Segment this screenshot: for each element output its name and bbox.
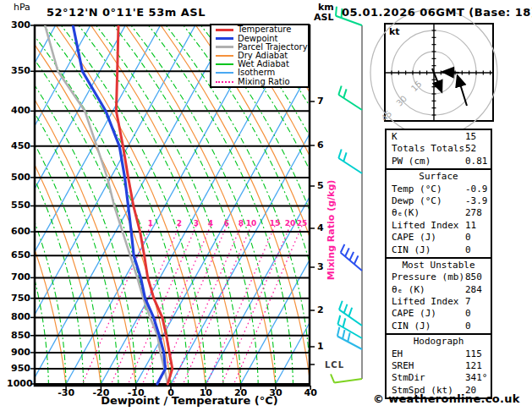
stats-label: StmDir [392,372,425,383]
stats-label: Temp (°C) [392,184,442,195]
mixing-ratio-value-label: 10 [244,219,259,227]
stats-label: CIN (J) [392,244,431,255]
wind-barb-tick [337,327,339,337]
wind-barb-tick [344,304,348,313]
legend-item-temperature: Temperature [211,25,308,34]
km-tick-label: 1 [317,342,324,352]
wind-barb-tick [343,318,345,327]
stats-value: 52 [465,143,476,155]
stats-row: CAPE (J)0 [387,232,491,244]
pressure-unit-label: hPa [14,3,30,12]
stats-value: 0.81 [465,156,488,167]
stats-row: Pressure (mb)850 [387,271,491,283]
copyright: © weatheronline.co.uk [373,392,520,405]
legend-swatch [216,29,233,31]
stats-section-title: Most Unstable [387,260,491,271]
mixing-ratio-line [222,226,290,386]
stats-value: 11 [465,220,476,232]
mixing-ratio-axis-label: Mixing Ratio (g/kg) [326,180,337,281]
hodograph-wind-vector [443,72,459,73]
stats-value: 0 [465,308,471,320]
wind-barb-shaft [338,158,362,173]
wind-barb-tick [345,248,349,256]
stats-value: 0 [465,232,471,244]
wind-barb-tick [337,315,340,325]
stats-row: θₑ(K)278 [387,207,491,219]
stats-row: CIN (J)0 [387,321,491,332]
wind-barb [338,86,362,110]
pressure-tick-label: 950 [7,364,30,374]
stats-label: θₑ (K) [392,284,425,295]
stats-label: Pressure (mb) [392,271,464,282]
pressure-tick-label: 600 [7,227,30,237]
mixing-ratio-value-label: 15 [267,219,282,227]
legend-swatch [216,72,233,74]
mixing-ratio-value-label: 2 [172,219,187,227]
wind-barb-tick [338,150,341,158]
stats-row: K15 [387,131,491,143]
mixing-ratio-value-label: 6 [219,219,234,227]
station-title: 52°12'N 0°11'E 53m ASL [47,6,206,19]
stats-value: 0 [465,321,471,332]
mixing-ratio-line [173,226,241,386]
stats-label: θₑ(K) [392,207,420,218]
pressure-tick-label: 700 [7,272,30,282]
wind-barb-tick [343,152,346,161]
temp-tick-label: 40 [297,388,324,398]
km-tick-label: 5 [317,181,324,191]
pressure-tick-label: 350 [7,66,30,76]
mixing-ratio-value-label: 3 [189,219,204,227]
wind-barb-tick [343,330,344,339]
wind-barb-tick [336,7,337,16]
legend-item-isotherm: Isotherm [211,68,308,77]
stats-value: 115 [465,348,482,360]
mixing-ratio-value-label: 25 [294,219,310,227]
wind-barb-tick [331,374,334,382]
mixing-ratio-value-label: 1 [143,219,158,227]
km-tick-label: 7 [317,96,324,107]
wind-barb-tick [338,86,341,95]
temperature-curve [116,25,172,384]
stats-value: 341° [465,372,488,384]
stats-row: Totals Totals52 [387,143,491,155]
stats-value: 850 [465,271,482,283]
wind-barb [338,150,362,173]
x-axis-title: Dewpoint / Temperature (°C) [101,394,278,407]
pressure-tick-label: 550 [7,200,30,211]
stats-value: 7 [465,296,471,308]
stats-value: -3.9 [465,195,488,207]
stats-section-title: Surface [387,171,491,183]
stats-value: 15 [465,131,476,143]
legend-label: Temperature [238,25,291,34]
temp-tick-label: -30 [52,388,80,398]
stats-label: SREH [392,360,414,371]
wind-barb [331,374,362,382]
stats-row: EH115 [387,348,491,360]
stats-value: 0 [465,244,471,256]
wind-barb-shaft [337,337,362,349]
stats-row: Lifted Index11 [387,220,491,232]
hodograph-unit-label: kt [389,26,400,37]
wind-barb-tick [354,255,359,264]
legend-label: Isotherm [238,68,275,77]
wind-barb-tick [349,252,354,260]
stats-row: θₑ (K)284 [387,284,491,296]
stats-row: Temp (°C)-0.9 [387,184,491,195]
pressure-tick-label: 850 [7,331,30,341]
hodograph: 153045kt [370,9,497,136]
stats-row: Lifted Index7 [387,296,491,308]
wind-barb [341,244,362,271]
stats-label: PW (cm) [392,156,431,167]
stats-label: CAPE (J) [392,232,436,243]
stats-section-most-unstable: Most UnstablePressure (mb)850θₑ (K)284Li… [385,257,492,335]
stats-label: CAPE (J) [392,308,436,319]
legend-swatch [216,55,233,57]
lcl-label: LCL [325,360,344,370]
km-tick-label: 4 [317,223,324,233]
wind-barb-shaft [338,95,362,110]
skewt-sounding-page: 153045kt hPa 52°12'N 0°11'E 53m ASL km A… [0,0,532,411]
stats-row: PW (cm)0.81 [387,156,491,167]
wind-barb-shaft [334,379,362,383]
wind-barb-tick [341,244,345,253]
stats-label: Totals Totals [392,143,464,154]
